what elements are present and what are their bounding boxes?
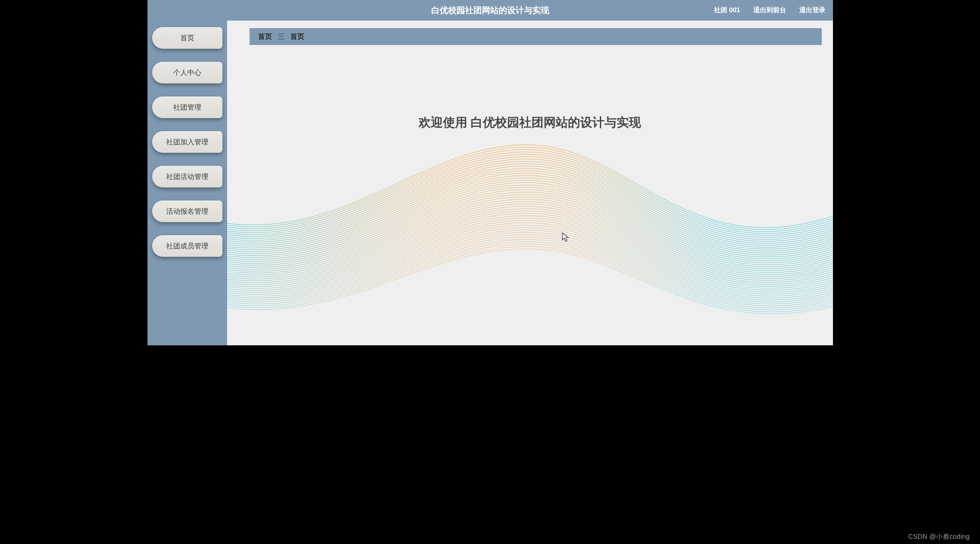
sidebar-item-club-manage[interactable]: 社团管理: [152, 97, 222, 118]
breadcrumb-separator-icon: 三: [276, 32, 287, 41]
sidebar-item-label: 社团成员管理: [166, 242, 208, 251]
sidebar-item-label: 社团加入管理: [166, 138, 208, 147]
sidebar-item-label: 社团活动管理: [166, 172, 208, 181]
exit-to-front-button[interactable]: 退出到前台: [753, 6, 786, 15]
app-window: 白优校园社团网站的设计与实现 社团 001 退出到前台 退出登录 首页 个人中心…: [147, 0, 833, 345]
top-bar: 白优校园社团网站的设计与实现 社团 001 退出到前台 退出登录: [147, 0, 833, 21]
top-right-actions: 社团 001 退出到前台 退出登录: [714, 6, 825, 15]
logout-button[interactable]: 退出登录: [799, 6, 825, 15]
breadcrumb-root[interactable]: 首页: [258, 32, 272, 41]
breadcrumb-current: 首页: [290, 32, 304, 41]
sidebar-item-label: 个人中心: [173, 68, 201, 77]
sidebar-item-home[interactable]: 首页: [152, 27, 222, 49]
sidebar-item-profile[interactable]: 个人中心: [152, 62, 222, 83]
sidebar-item-label: 活动报名管理: [166, 207, 208, 216]
sidebar-item-club-activity-manage[interactable]: 社团活动管理: [152, 166, 222, 187]
sidebar: 首页 个人中心 社团管理 社团加入管理 社团活动管理 活动报名管理 社团成员管理: [147, 21, 227, 345]
sidebar-item-club-join-manage[interactable]: 社团加入管理: [152, 131, 222, 153]
sidebar-item-label: 社团管理: [173, 103, 201, 112]
watermark: CSDN @小蔡coding: [908, 533, 970, 541]
main-area: 首页 三 首页 欢迎使用 白优校园社团网站的设计与实现: [227, 21, 833, 345]
sidebar-item-club-member-manage[interactable]: 社团成员管理: [152, 235, 222, 257]
page-title: 白优校园社团网站的设计与实现: [431, 5, 549, 16]
sidebar-item-activity-signup-manage[interactable]: 活动报名管理: [152, 201, 222, 222]
sidebar-item-label: 首页: [180, 34, 194, 43]
welcome-heading: 欢迎使用 白优校园社团网站的设计与实现: [227, 114, 833, 131]
decorative-wave-icon: [227, 139, 833, 345]
user-label[interactable]: 社团 001: [714, 6, 740, 15]
breadcrumb: 首页 三 首页: [250, 28, 822, 45]
